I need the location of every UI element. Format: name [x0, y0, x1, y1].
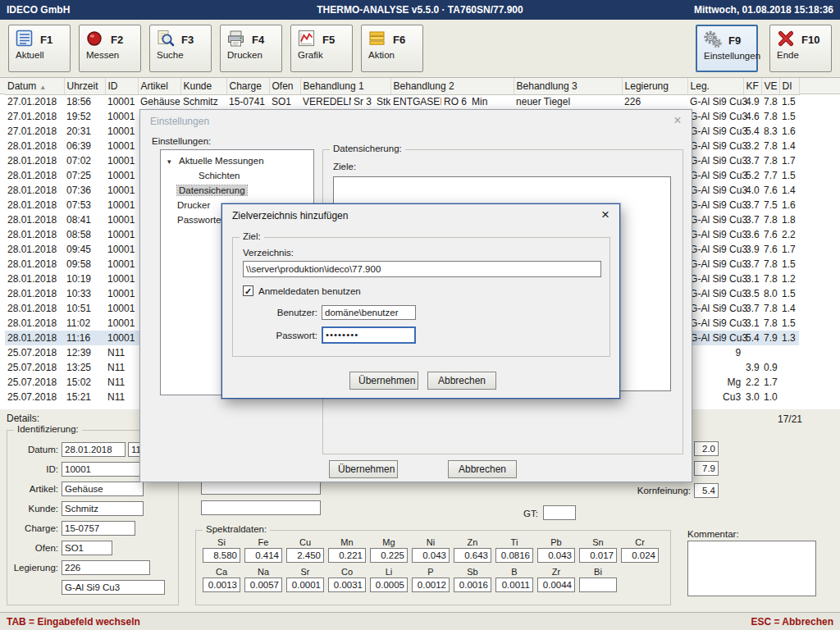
toolbar-button-grafik[interactable]: F5 Grafik	[290, 25, 353, 72]
verzeichnis-label: Verzeichnis:	[243, 248, 294, 258]
column-header-legierung[interactable]: Legierung	[622, 78, 687, 94]
spektral-element-Zr: Zr0.0044	[537, 567, 575, 592]
element-value-field[interactable]: 0.0013	[203, 578, 240, 592]
zielverzeichnis-dialog-titlebar[interactable]: Zielverzeichnis hinzufügen ×	[222, 204, 619, 227]
charge-field[interactable]: 15-0757	[62, 521, 135, 536]
element-label: Co	[328, 567, 366, 578]
element-value-field[interactable]: 0.414	[244, 548, 282, 563]
element-value-field[interactable]: 0.0012	[412, 578, 450, 592]
column-header-artikel[interactable]: Artikel	[138, 78, 180, 94]
passwort-input[interactable]: ••••••••	[322, 326, 416, 344]
gears-icon	[703, 30, 723, 52]
dialog-close-icon[interactable]: ×	[667, 112, 688, 130]
datum-field[interactable]: 28.01.2018	[62, 442, 126, 457]
verzeichnis-input[interactable]: \\server\produktion\ideco\77.900	[243, 261, 601, 277]
column-header-leg[interactable]: Leg.	[687, 78, 743, 94]
element-value-field[interactable]	[579, 578, 617, 592]
toolbar-button-suche[interactable]: F3 Suche	[149, 25, 212, 72]
legierung-field[interactable]: 226	[62, 560, 150, 575]
column-header-behandlung3[interactable]: Behandlung 3	[514, 78, 622, 94]
element-value-field[interactable]: 0.0044	[537, 578, 575, 592]
element-value-field[interactable]: 0.0011	[495, 578, 533, 592]
artikel-field[interactable]: Gehäuse	[62, 482, 144, 496]
settings-uebernehmen-button[interactable]: Übernehmen	[329, 460, 398, 478]
ziel-group-label: Ziel:	[240, 231, 264, 241]
tree-item-schichten[interactable]: Schichten	[161, 168, 313, 183]
spektraldaten-group-label: Spektraldaten:	[203, 524, 270, 534]
element-value-field[interactable]: 0.0031	[328, 578, 366, 592]
element-value-field[interactable]: 0.0816	[495, 548, 533, 563]
column-header-charge[interactable]: Charge	[226, 78, 269, 94]
benutzer-label: Benutzer:	[243, 308, 317, 317]
element-label: Zr	[537, 567, 575, 578]
element-label: Fe	[244, 537, 282, 548]
ofen-field[interactable]: SO1	[62, 541, 112, 555]
column-header-behandlung1[interactable]: Behandlung 1	[300, 78, 390, 94]
column-header-uhrzeit[interactable]: Uhrzeit	[64, 78, 105, 94]
toolbar-button-ende[interactable]: F10 Ende	[769, 25, 832, 72]
element-value-field[interactable]: 0.0016	[454, 578, 491, 592]
column-header-di[interactable]: DI	[779, 78, 799, 94]
column-header-behandlung2[interactable]: Behandlung 2	[390, 78, 514, 94]
dialog-close-icon[interactable]: ×	[595, 206, 616, 224]
kornfeinung-label: Kornfeinung:	[625, 486, 691, 495]
element-value-field[interactable]: 0.017	[579, 548, 617, 563]
toolbar-button-messen[interactable]: F2 Messen	[79, 25, 141, 72]
spektral-element-Sn: Sn0.017	[579, 537, 617, 563]
printer-icon	[226, 29, 246, 51]
element-value-field[interactable]: 8.580	[203, 548, 240, 563]
settings-abbrechen-button[interactable]: Abbrechen	[448, 460, 517, 478]
target-abbrechen-button[interactable]: Abbrechen	[427, 372, 496, 390]
element-value-field[interactable]: 0.024	[621, 548, 659, 563]
element-label: Bi	[579, 567, 617, 578]
element-value-field[interactable]: 0.0057	[244, 578, 282, 592]
toolbar-button-drucken[interactable]: F4 Drucken	[220, 25, 282, 72]
toolbar-button-aktuell[interactable]: F1 Aktuell	[8, 25, 71, 72]
tree-item-aktuelle-messungen[interactable]: ▾Aktuelle Messungen	[161, 153, 313, 168]
title-bar: IDECO GmbH THERMO-ANALYSE v5.5.0 · TA760…	[0, 0, 840, 20]
element-label: Mn	[328, 537, 366, 548]
ziel-group: Ziel: Verzeichnis: \\server\produktion\i…	[232, 237, 610, 357]
spektral-row-2: Ca0.0013Na0.0057Sr0.0001Co0.0031Li0.0005…	[203, 567, 617, 592]
kornfeinung-field[interactable]: 5.4	[694, 483, 719, 498]
zielverzeichnis-dialog: Zielverzeichnis hinzufügen × Ziel: Verze…	[221, 203, 620, 399]
element-label: Cr	[621, 537, 659, 548]
element-value-field[interactable]: 0.221	[328, 548, 366, 563]
column-header-datum[interactable]: Datum▲	[5, 78, 64, 94]
field-label-datum: Datum:	[11, 445, 58, 454]
clock-datetime: Mittwoch, 01.08.2018 15:18:36	[694, 4, 833, 16]
status-hint-tab: TAB = Eingabefeld wechseln	[7, 616, 140, 628]
element-value-field[interactable]: 0.0005	[370, 578, 408, 592]
anmeldedaten-checkbox[interactable]: ✓	[243, 285, 253, 296]
legierung-name-field[interactable]: G-Al Si9 Cu3	[62, 580, 165, 595]
column-header-ofen[interactable]: Ofen	[269, 78, 300, 94]
kunde-field[interactable]: Schmitz	[62, 501, 144, 516]
column-header-kf[interactable]: KF	[743, 78, 761, 94]
benutzer-input[interactable]: domäne\benutzer	[322, 305, 416, 320]
gt-field[interactable]	[543, 505, 576, 520]
element-value-field[interactable]: 0.043	[412, 548, 450, 563]
element-value-field[interactable]: 0.0001	[286, 578, 324, 592]
tree-expander-icon[interactable]: ▾	[167, 154, 179, 169]
spektral-element-Cu: Cu2.450	[286, 537, 324, 563]
einstellungen-dialog-titlebar[interactable]: Einstellungen ×	[140, 110, 692, 133]
hidden-text-field[interactable]	[201, 500, 321, 515]
table-row[interactable]: 27.01.201818:5610001GehäuseSchmitz15-074…	[5, 94, 799, 109]
misc-value-field-2[interactable]: 7.9	[694, 461, 719, 476]
field-label-id: ID:	[11, 464, 58, 474]
element-value-field[interactable]: 2.450	[286, 548, 324, 563]
misc-value-field-1[interactable]: 2.0	[694, 441, 719, 456]
element-value-field[interactable]: 0.225	[370, 548, 408, 563]
element-value-field[interactable]: 0.643	[454, 548, 491, 563]
element-value-field[interactable]: 0.043	[537, 548, 575, 563]
id-field[interactable]: 10001	[62, 462, 144, 477]
target-uebernehmen-button[interactable]: Übernehmen	[349, 372, 418, 390]
toolbar-button-einstellungen[interactable]: F9 Einstellungen	[696, 25, 758, 72]
toolbar-button-aktion[interactable]: F6 Aktion	[361, 25, 423, 72]
column-header-ve[interactable]: VE	[761, 78, 779, 94]
kommentar-textarea[interactable]	[687, 541, 816, 596]
column-header-id[interactable]: ID	[105, 78, 138, 94]
spektral-element-Si: Si8.580	[203, 537, 240, 563]
column-header-kunde[interactable]: Kunde	[180, 78, 226, 94]
tree-item-datensicherung[interactable]: Datensicherung	[161, 183, 313, 198]
